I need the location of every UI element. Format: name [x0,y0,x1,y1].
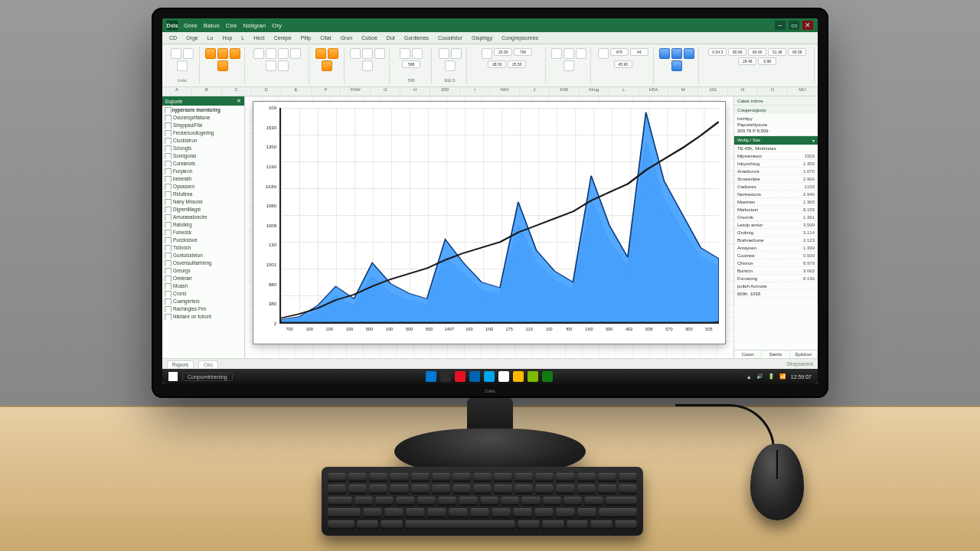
ribbon-button[interactable] [451,48,462,59]
ribbon-button[interactable] [290,48,301,59]
nav-item[interactable]: Fobedck [162,228,244,236]
ribbon-button[interactable] [177,60,188,71]
taskpane-row[interactable]: 609h. 1038 [734,290,818,298]
taskpane-row[interactable]: Chivron8.979 [734,259,818,267]
ribbon-tab[interactable]: Dut [384,34,397,41]
tray-icon[interactable]: 🔋 [768,373,775,380]
nav-item[interactable]: Clockistron [162,136,244,144]
column-header[interactable]: MO [788,87,818,96]
titlebar-menu-item[interactable]: Baton [204,22,220,29]
ribbon-button[interactable] [183,48,194,59]
column-header[interactable]: Kling [580,87,609,96]
ribbon-button[interactable] [551,48,562,59]
start-button[interactable] [168,372,178,381]
taskbar-app-icon[interactable] [469,371,480,382]
tray-icon[interactable]: ▲ [746,374,752,380]
column-header[interactable]: F [312,87,341,96]
taskbar-app-icon[interactable] [498,371,509,382]
taskbar-app-icon[interactable] [440,371,451,382]
nav-item[interactable]: Osvensulitarhinng [162,259,244,266]
ribbon-tab[interactable]: Orge [184,34,201,41]
ribbon-button[interactable] [362,60,373,71]
nav-item[interactable]: Digrenlillagst [162,205,244,213]
ribbon-tab[interactable]: Hop [220,34,234,41]
nav-item[interactable]: Ovurersprifatione [162,113,244,121]
titlebar-menu-item[interactable]: Cire [226,22,237,29]
ribbon-button[interactable] [598,48,609,59]
column-header[interactable]: D [252,87,282,96]
ribbon-tab[interactable]: Gordienes [402,34,431,41]
taskbar-app-icon[interactable] [513,371,524,382]
ribbon-tab[interactable]: Cousiridor [436,34,465,41]
nav-item[interactable]: beseralh [162,174,244,182]
nav-item[interactable]: Tidbcich [162,243,244,251]
ribbon-button[interactable] [362,48,373,59]
taskpane-footer-tab[interactable]: Sjoldron [790,350,818,358]
taskpane-row[interactable]: Antetlomnt1.070 [734,168,818,175]
nav-close-icon[interactable]: ✕ [237,98,241,104]
taskpane-row[interactable]: Cootrest0.500 [734,252,818,259]
taskbar-app-icon[interactable] [426,371,436,382]
taskpane-row[interactable]: Mailocaon8.155 [734,206,818,214]
taskpane-row[interactable]: TE 45K. Minhinnes [734,145,818,152]
ribbon-button[interactable] [315,48,326,59]
ribbon-tab[interactable]: Congrepsonres [499,34,541,41]
nav-item[interactable]: Moash [162,282,244,289]
nav-item[interactable]: Greurgs [162,266,244,274]
column-header[interactable]: C [222,87,252,96]
sheet-tab[interactable]: Ropors [167,360,194,368]
nav-item[interactable]: Cureanots [162,159,244,167]
nav-item[interactable]: Sinyppad/Fite [162,121,244,129]
ribbon-button[interactable] [278,48,289,59]
taskbar-app-icon[interactable] [542,371,553,382]
tray-icon[interactable]: 📶 [779,373,786,380]
taskpane-row[interactable]: Onorink1.391 [734,214,818,221]
column-header[interactable]: O [758,87,788,96]
ribbon-tab[interactable]: Coboe [359,34,380,41]
taskpane-row[interactable]: Nertrastons2.940 [734,191,818,198]
worksheet-grid[interactable]: 1091530135011901K89108010081301001880380… [245,96,733,358]
taskpane-row[interactable]: Letolp amtor3.590 [734,221,818,229]
ribbon-button[interactable] [564,60,574,71]
ribbon-button[interactable] [671,60,682,71]
chart-object[interactable]: 1091530135011901K89108010081301001880380… [253,101,726,344]
taskpane-row[interactable]: Inbyschtog1.350 [734,160,818,168]
column-header[interactable]: K00 [550,87,580,96]
window-minimize-button[interactable]: – [775,21,786,30]
ribbon-button[interactable] [564,48,574,59]
nav-item[interactable]: Coangerters [162,297,244,305]
taskbar-app-icon[interactable] [455,371,466,382]
ribbon-tab[interactable]: L [239,34,247,41]
nav-item[interactable]: Nikdare on fotront [162,312,244,320]
ribbon-button[interactable] [217,48,228,59]
taskpane-footer-tab[interactable]: Sanits [762,350,789,358]
ribbon-button[interactable] [266,60,276,71]
column-header[interactable]: B [192,87,222,96]
nav-item[interactable]: Orelerarr [162,274,244,282]
nav-item[interactable]: Furyaron [162,167,244,174]
ribbon-button[interactable] [350,48,361,59]
ribbon-button[interactable] [217,60,228,71]
taskpane-row[interactable]: Brahnerbone2.123 [734,236,818,244]
ribbon-button[interactable] [659,48,670,59]
column-header[interactable]: H [400,87,430,96]
nav-item[interactable]: Feckersoollogering [162,129,244,136]
taskpane-row[interactable]: Mijnreinescr1503 [734,152,818,160]
window-close-button[interactable]: ✕ [802,21,813,30]
nav-item[interactable]: Sciongts [162,144,244,152]
ribbon-button[interactable] [230,48,240,59]
column-header[interactable]: 101 [698,87,728,96]
column-header[interactable]: N [728,87,758,96]
column-header[interactable]: A [162,87,192,96]
chevron-down-icon[interactable]: ▾ [812,138,815,143]
nav-item[interactable]: Ridutirea [162,190,244,197]
column-header[interactable]: J [520,87,550,96]
nav-item[interactable]: Gontolcideton [162,251,244,259]
taskpane-row[interactable]: Moetrien1.365 [734,198,818,206]
titlebar-menu-item[interactable]: Ory [272,22,282,29]
ribbon-button[interactable] [253,48,264,59]
ribbon-tab[interactable]: CD [167,34,179,41]
ribbon-button[interactable] [671,48,682,59]
ribbon-button[interactable] [171,48,181,59]
ribbon-tab[interactable]: Lo [205,34,216,41]
